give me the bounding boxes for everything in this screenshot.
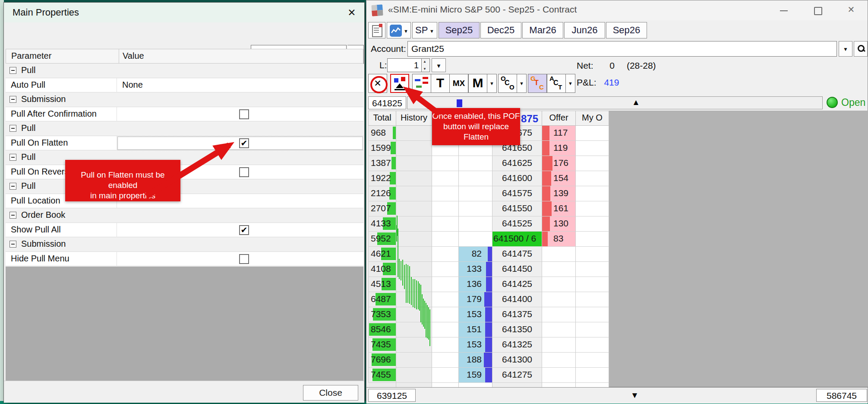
checkbox-checked[interactable]: ✔: [239, 138, 249, 148]
checkbox-unchecked[interactable]: [239, 167, 249, 177]
my-orders-cell[interactable]: [576, 277, 609, 292]
oco-dropdown[interactable]: [517, 74, 527, 93]
mx-button[interactable]: MX: [449, 74, 468, 93]
my-orders-cell[interactable]: [576, 262, 609, 277]
chart-button[interactable]: ▼: [387, 22, 411, 38]
collapse-icon[interactable]: [9, 125, 16, 132]
market-order-button[interactable]: M: [468, 74, 487, 93]
price-cell[interactable]: 641375: [492, 307, 542, 322]
my-orders-cell[interactable]: [576, 201, 609, 216]
act-button[interactable]: ACT: [547, 74, 566, 93]
range-track[interactable]: [407, 96, 823, 109]
offer-cell[interactable]: [542, 247, 576, 262]
offer-cell[interactable]: 83: [542, 232, 576, 247]
property-group-row[interactable]: Pull: [6, 121, 363, 136]
price-cell[interactable]: 641325: [492, 337, 542, 353]
property-group-row[interactable]: Order Book: [6, 208, 363, 223]
property-row[interactable]: Pull After Confirmation: [6, 107, 363, 122]
account-input[interactable]: Grant25: [407, 41, 837, 57]
offer-cell[interactable]: [542, 337, 576, 353]
window-titlebar[interactable]: «SIM:E-mini Micro S&P 500 - Sep25 - Cont…: [366, 0, 868, 20]
property-value-cell[interactable]: ✔: [117, 136, 363, 151]
step-down-icon[interactable]: ▼: [423, 67, 426, 71]
price-cell[interactable]: 641400: [492, 292, 542, 307]
property-row[interactable]: Pull On Flatten✔: [6, 136, 363, 151]
property-value-cell[interactable]: None: [117, 78, 363, 93]
cancel-all-button[interactable]: [368, 74, 387, 93]
price-cell[interactable]: 641450: [492, 262, 542, 277]
my-orders-cell[interactable]: [576, 247, 609, 262]
property-value-cell[interactable]: ✔: [117, 223, 363, 238]
my-orders-cell[interactable]: [576, 216, 609, 232]
property-group-row[interactable]: Submission: [6, 92, 363, 107]
bid-cell[interactable]: [459, 232, 492, 247]
oco-button[interactable]: OCO: [498, 74, 517, 93]
account-search-button[interactable]: [854, 41, 868, 57]
bid-cell[interactable]: 153: [459, 307, 492, 322]
offer-cell[interactable]: [542, 262, 576, 277]
my-orders-cell[interactable]: [576, 307, 609, 322]
offer-cell[interactable]: 154: [542, 171, 576, 186]
bid-cell[interactable]: 133: [459, 262, 492, 277]
bid-cell[interactable]: [459, 156, 492, 171]
tab-jun26[interactable]: Jun26: [564, 22, 605, 38]
column-divider[interactable]: [119, 49, 119, 63]
close-button[interactable]: Close: [303, 385, 358, 401]
offer-cell[interactable]: 176: [542, 156, 576, 171]
property-row[interactable]: Auto PullNone: [6, 78, 363, 93]
properties-button[interactable]: [368, 22, 385, 38]
price-cell[interactable]: 641425: [492, 277, 542, 292]
property-row[interactable]: Pull On Reverse: [6, 165, 363, 180]
minimize-button[interactable]: [774, 0, 794, 20]
property-value-cell[interactable]: [117, 107, 363, 122]
price-cell[interactable]: 641600: [492, 171, 542, 186]
price-cell[interactable]: 641475: [492, 247, 542, 262]
property-group-row[interactable]: Pull: [6, 64, 363, 78]
my-orders-cell[interactable]: [576, 126, 609, 141]
pull-on-flatten-button[interactable]: [390, 74, 409, 93]
column-header-total[interactable]: Total: [368, 111, 396, 126]
price-cell[interactable]: 641625: [492, 156, 542, 171]
my-orders-cell[interactable]: [576, 292, 609, 307]
my-orders-cell[interactable]: [576, 186, 609, 201]
bid-cell[interactable]: [459, 171, 492, 186]
size-stepper[interactable]: ▲▼: [422, 58, 430, 72]
my-orders-cell[interactable]: [576, 141, 609, 156]
maximize-button[interactable]: [808, 0, 827, 20]
collapse-icon[interactable]: [9, 96, 16, 103]
property-value-cell[interactable]: [117, 252, 363, 267]
offer-cell[interactable]: [542, 277, 576, 292]
price-cell[interactable]: 641275: [492, 368, 542, 383]
property-row[interactable]: Show Pull All✔: [6, 223, 363, 238]
property-group-row[interactable]: Pull: [6, 150, 363, 165]
checkbox-unchecked[interactable]: [239, 109, 249, 119]
size-dropdown-button[interactable]: [432, 58, 446, 72]
offer-cell[interactable]: [542, 322, 576, 337]
property-group-row[interactable]: Pull: [6, 179, 363, 194]
offer-cell[interactable]: 139: [542, 186, 576, 201]
offer-cell[interactable]: [542, 307, 576, 322]
my-orders-cell[interactable]: [576, 353, 609, 368]
property-row[interactable]: Hide Pull Menu: [6, 252, 363, 267]
bid-cell[interactable]: [459, 186, 492, 201]
step-up-icon[interactable]: ▲: [423, 60, 426, 64]
column-header-history[interactable]: History: [396, 111, 432, 126]
scroll-down-icon[interactable]: ▼: [631, 391, 639, 400]
last-trade-price-cell[interactable]: 641500 / 6: [492, 232, 542, 247]
offer-cell[interactable]: 117: [542, 126, 576, 141]
offer-cell[interactable]: 161: [542, 201, 576, 216]
act-dropdown[interactable]: [566, 74, 575, 93]
collapse-icon[interactable]: [9, 154, 16, 161]
column-header-my-orders[interactable]: My O: [576, 111, 609, 126]
symbol-button[interactable]: SP ▼: [412, 22, 437, 38]
trail-button[interactable]: T: [431, 74, 450, 93]
tab-mar26[interactable]: Mar26: [522, 22, 563, 38]
pull-stack-button[interactable]: [412, 74, 431, 93]
my-orders-cell[interactable]: [576, 156, 609, 171]
my-orders-cell[interactable]: [576, 232, 609, 247]
bid-cell[interactable]: 151: [459, 322, 492, 337]
my-orders-cell[interactable]: [576, 171, 609, 186]
collapse-icon[interactable]: [9, 183, 16, 190]
size-input[interactable]: 1: [387, 58, 422, 72]
collapse-icon[interactable]: [9, 67, 16, 74]
